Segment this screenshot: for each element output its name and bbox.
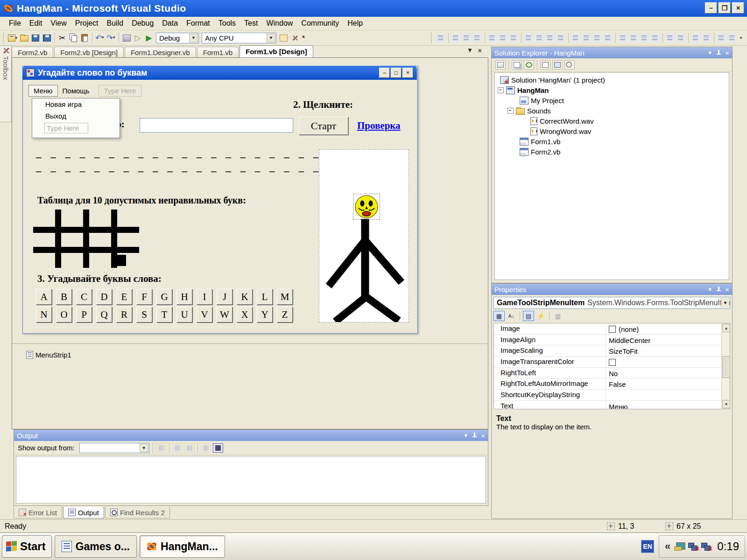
make-same-height-button[interactable] [545, 33, 555, 43]
copy-button[interactable] [68, 33, 78, 43]
toolbar-grip[interactable] [431, 33, 434, 43]
menu-build[interactable]: Build [103, 18, 128, 29]
bring-to-front-button[interactable] [691, 33, 701, 43]
save-button[interactable] [30, 33, 41, 43]
form-close-icon[interactable]: × [402, 68, 413, 78]
close-icon[interactable]: × [732, 2, 744, 14]
output-content[interactable] [16, 456, 486, 504]
bottom-tab-find-results-2[interactable]: Find Results 2 [105, 507, 170, 518]
toolbox-vertical-tab[interactable]: Toolbox [0, 45, 12, 122]
table-layout-button[interactable] [717, 33, 726, 43]
property-value[interactable]: No [606, 368, 730, 378]
make-same-size-button[interactable] [556, 33, 566, 43]
properties-button[interactable] [495, 60, 506, 70]
toolbar-overflow-button[interactable]: ▼▔ [300, 32, 307, 44]
menu-edit[interactable]: Edit [25, 18, 47, 29]
letter-button-d[interactable]: D [96, 289, 112, 305]
remove-horizontal-spacing-button[interactable] [603, 33, 613, 43]
active-files-dropdown-icon[interactable]: ▼ [467, 47, 473, 55]
decrease-vertical-spacing-button[interactable] [640, 33, 649, 43]
output-header[interactable]: Output ▼ × [14, 430, 488, 441]
align-lefts-button[interactable] [451, 33, 461, 43]
scroll-up-icon[interactable]: ▲ [722, 324, 730, 332]
build-button[interactable] [121, 33, 132, 43]
letter-button-w[interactable]: W [217, 307, 233, 322]
toolbox-button[interactable] [289, 33, 300, 43]
letter-button-p[interactable]: P [76, 307, 92, 322]
smiley-face-image[interactable] [353, 194, 380, 220]
letter-button-g[interactable]: G [156, 289, 172, 305]
letter-button-s[interactable]: S [136, 307, 152, 322]
letter-button-j[interactable]: J [217, 289, 233, 305]
output-source-combo[interactable]: ▼ [79, 443, 149, 453]
cut-button[interactable]: ✂ [57, 33, 67, 43]
form-menu-type-here[interactable]: Type Here [99, 85, 141, 97]
form-designer-surface[interactable]: Угадайте слово по буквам – □ × МенюПомощ… [12, 57, 488, 429]
chevron-down-icon[interactable]: ▼ [267, 34, 275, 42]
close-document-icon[interactable]: × [478, 47, 482, 55]
property-row-imagescaling[interactable]: ImageScalingSizeToFit [494, 345, 730, 357]
bottom-tab-output[interactable]: Output [63, 507, 104, 518]
tab-form2-vb[interactable]: Form2.vb [12, 47, 53, 57]
properties-header[interactable]: Properties ▼ × [492, 284, 732, 295]
scroll-thumb[interactable] [722, 356, 730, 378]
menu-window[interactable]: Window [262, 18, 297, 29]
menu-format[interactable]: Format [182, 18, 214, 29]
letter-button-q[interactable]: Q [96, 307, 112, 322]
property-row-imagealign[interactable]: ImageAlignMiddleCenter [494, 335, 730, 346]
align-bottoms-button[interactable] [509, 33, 519, 43]
tree-item-wrongword-wav[interactable]: WrongWord.wav [495, 126, 729, 136]
tree-item-hangman[interactable]: HangMan [495, 85, 729, 95]
properties-view-button[interactable]: ▤ [523, 311, 534, 321]
send-to-back-button[interactable] [702, 33, 712, 43]
start-debugging-button[interactable]: ▶ [144, 33, 154, 43]
property-row-image[interactable]: Image(none) [494, 323, 730, 335]
dropdown-item-type-here[interactable]: Type Here [44, 123, 88, 133]
auto-hide-pin-icon[interactable] [472, 433, 477, 438]
save-all-button[interactable] [42, 33, 52, 43]
safely-remove-hardware-icon[interactable] [674, 542, 684, 551]
close-panel-icon[interactable]: × [481, 432, 485, 440]
align-to-grid-button[interactable] [436, 33, 446, 43]
center-horizontally-button[interactable] [665, 33, 675, 43]
open-file-button[interactable] [19, 33, 29, 43]
redo-button[interactable]: ↷▼ [106, 33, 116, 43]
form-minimize-icon[interactable]: – [379, 68, 390, 78]
property-row-text[interactable]: TextМеню [494, 401, 730, 409]
menu-test[interactable]: Test [240, 18, 262, 29]
solution-explorer-button[interactable] [278, 33, 289, 43]
letter-button-u[interactable]: U [176, 307, 192, 322]
refresh-button[interactable] [524, 60, 534, 70]
menu-tools[interactable]: Tools [214, 18, 240, 29]
restore-icon[interactable]: ❐ [719, 2, 731, 14]
property-value[interactable]: (none) [606, 323, 730, 334]
property-value[interactable]: False [606, 378, 730, 389]
network-disconnected-icon[interactable] [701, 543, 711, 551]
letter-button-z[interactable]: Z [277, 307, 293, 322]
dropdown-item-выход[interactable]: Выход [32, 110, 120, 122]
taskbar-task-hangman-[interactable]: HangMan... [140, 535, 225, 558]
close-panel-icon[interactable]: × [725, 49, 729, 57]
undo-button[interactable]: ↶▼ [95, 33, 105, 43]
align-centers-button[interactable] [462, 33, 472, 43]
menu-help[interactable]: Help [343, 18, 367, 29]
language-indicator[interactable]: EN [641, 540, 654, 553]
menu-file[interactable]: File [5, 18, 25, 29]
align-tops-button[interactable] [487, 33, 497, 43]
word-input[interactable] [140, 118, 293, 133]
tree-item-form2-vb[interactable]: Form2.vb [495, 147, 729, 157]
minimize-icon[interactable]: – [705, 2, 717, 14]
letter-button-b[interactable]: B [56, 289, 72, 305]
solution-configurations-combo[interactable]: Debug▼ [156, 33, 199, 43]
remove-vertical-spacing-button[interactable] [650, 33, 660, 43]
taskbar-task-games-o-[interactable]: Games o... [55, 535, 137, 558]
letter-button-m[interactable]: M [277, 289, 293, 305]
align-rights-button[interactable] [472, 33, 482, 43]
check-link[interactable]: Проверка [357, 120, 401, 132]
previous-message-button[interactable] [172, 443, 183, 453]
tray-collapse-icon[interactable]: « [665, 540, 670, 553]
view-class-diagram-button[interactable] [564, 60, 575, 70]
hangman-picture-panel[interactable] [319, 149, 409, 322]
find-message-button[interactable] [156, 443, 166, 453]
form-maximize-icon[interactable]: □ [391, 68, 402, 78]
